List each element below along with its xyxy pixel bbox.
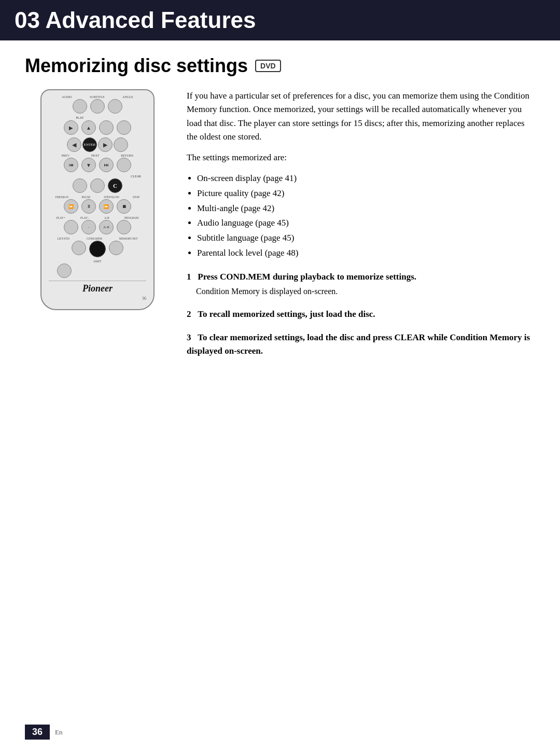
btn-c1 [73,178,87,193]
btn-play: ▶ [64,120,78,135]
btn-enter: ENTER [82,137,97,152]
subtitle-label: SUBTITLE [90,95,104,99]
list-item: Multi-angle (page 42) [197,201,535,216]
btn-return [117,158,131,172]
play-label: PLAY [73,116,87,119]
dvd-badge: DVD [255,60,281,72]
btn-next: ⏭ [99,158,114,172]
pioneer-logo: Pioneer [49,283,146,294]
remote-row-program: – A-B [49,220,146,234]
prev-next-labels: PREV NEXT RETURN [49,154,146,157]
play-label-row: PLAY [49,116,146,119]
btn-memoryset [109,241,123,255]
settings-list: On-screen display (page 41) Picture qual… [187,171,535,261]
shift-label-row: SHIFT [49,260,146,263]
btn-shift [57,263,72,278]
remote-image-column: AUDIO SUBTITLE ANGLE PLAY [25,89,170,310]
list-item: On-screen display (page 41) [197,171,535,186]
list-item: Parental lock level (page 48) [197,246,535,261]
header-bar: 03 Advanced Features [0,0,560,40]
btn-clear: C [108,178,122,193]
empty-label-1 [90,116,105,119]
list-item: Subtitle language (page 45) [197,231,535,246]
btn-c2 [90,178,105,193]
remote-divider [49,281,146,281]
section-title-text: Memorizing disc settings [25,55,248,77]
remote-row-condmem [49,241,146,257]
btn-step: ⏩ [99,199,114,214]
btn-r2-right [99,120,114,135]
playplus-label: PLAY– [80,216,89,219]
remote-page-indicator: 36 [49,296,146,301]
section-title: Memorizing disc settings DVD [25,55,535,77]
freerun-label: FREERUN [55,196,68,199]
condmem-labels: LIST/STD COND.MEM MEMORY/SET [49,237,146,240]
text-column: If you have a particular set of preferen… [187,89,535,367]
remote-row-2: ▶ ▲ [49,120,146,135]
btn-top-right [108,99,122,114]
btn-left: ◀ [67,137,81,152]
next-label: NEXT [91,154,100,157]
shift-label: SHIFT [93,260,101,263]
clear-label-row: CLEAR [49,175,141,178]
remote-row-shift [49,263,146,278]
clear-label: CLEAR [131,175,141,178]
stepslow-label: STEP/SLOW [104,196,119,199]
settings-intro-text: The settings memorized are: [187,151,535,164]
btn-up: ▲ [81,120,96,135]
btn-playplus: – [81,220,96,234]
remote-top-labels: AUDIO SUBTITLE ANGLE [49,95,146,99]
remote-row-clear: C [49,178,146,193]
step-1-number: 1 [187,272,191,282]
liststd-label: LIST/STD [57,237,69,240]
btn-playminus [64,220,78,234]
return-label: RETURN [121,154,133,157]
btn-program [117,220,131,234]
list-item: Picture quality (page 42) [197,186,535,201]
memoryset-label: MEMORY/SET [119,237,138,240]
step-3: 3 To clear memorized settings, load the … [187,331,535,358]
remote-row-1 [49,99,146,114]
program-labels: PLAY+ PLAY– A-B PROGRAM [49,216,146,219]
page-footer: 36 En [0,725,560,740]
btn-freerun: ⏩ [64,199,78,214]
dpad-row: ◀ ENTER ▶ [49,137,146,152]
step-1: 1 Press COND.MEM during playback to memo… [187,270,535,298]
step-2: 2 To recall memorized settings, just loa… [187,308,535,321]
step-2-title: To recall memorized settings, just load … [198,309,375,319]
prev-label: PREV [62,154,69,157]
program-label: PROGRAM [124,216,138,219]
footer-language: En [55,728,62,736]
page-number: 36 [25,725,50,740]
btn-ab: A-B [99,220,114,234]
btn-setup [114,137,128,152]
list-item: Audio language (page 45) [197,216,535,231]
ab-label: A-B [104,216,109,219]
remote-control: AUDIO SUBTITLE ANGLE PLAY [40,89,155,310]
btn-stop: ⏹ [117,199,131,214]
btn-top-left [73,99,87,114]
btn-condmem [89,241,106,257]
remote-row-3: ⏮ ▼ ⏭ [49,158,146,172]
step-1-sub: Condition Memory is displayed on-screen. [196,285,535,298]
empty-label-2 [108,116,122,119]
step-1-title: Press COND.MEM during playback to memori… [198,272,416,282]
btn-top-mid [90,99,105,114]
header-title: 03 Advanced Features [15,7,256,33]
btn-down: ▼ [81,158,96,172]
page-content: Memorizing disc settings DVD AUDIO SUBTI… [0,55,560,367]
angle-label: ANGLE [122,95,133,99]
btn-right: ▶ [98,137,113,152]
btn-prev: ⏮ [64,158,78,172]
transport-labels: FREERUN PAUSE STEP/SLOW STOP [49,196,146,199]
step-2-number: 2 [187,309,191,319]
pause-label: PAUSE [82,196,91,199]
remote-page-num: 36 [142,296,146,301]
condmem-label: COND.MEM [87,237,102,240]
step-3-title: To clear memorized settings, load the di… [187,332,530,356]
btn-pause: ⏸ [81,199,96,214]
playminus-label: PLAY+ [57,216,65,219]
btn-liststd [72,241,86,255]
stop-label: STOP [133,196,139,199]
remote-row-transport: ⏩ ⏸ ⏩ ⏹ [49,199,146,214]
